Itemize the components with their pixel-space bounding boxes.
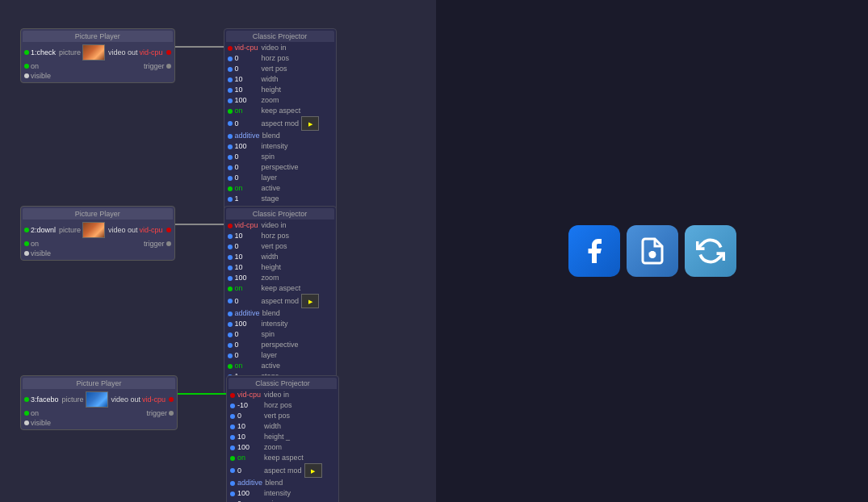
cp3-label-horz: horz pos	[264, 400, 292, 411]
cp3-horz: -10	[237, 400, 262, 411]
cp1-label-layer: layer	[262, 173, 278, 183]
cp2-vert: 0	[235, 241, 259, 252]
cp3-intensity: 100	[237, 488, 262, 499]
cp3-port-height	[230, 435, 235, 440]
line-3-green	[178, 393, 226, 395]
pp2-port-on	[24, 241, 29, 246]
cp1-label-width: width	[262, 74, 279, 85]
cp1-row-videoin: vid-cpu video in	[226, 43, 334, 53]
cp2-spin: 0	[235, 329, 259, 340]
cp2-label-zoom: zoom	[262, 273, 279, 283]
pp1-row3: visible	[23, 71, 173, 81]
cp3-label-height: height _	[264, 432, 290, 442]
cp1-port-intensity	[228, 144, 233, 149]
pp1-vidcpu: vid-cpu	[140, 48, 163, 56]
cp3-label-keepaspect: keep aspect	[264, 453, 304, 463]
cp2-port-intensity	[228, 322, 233, 327]
pp1-row2: on trigger	[23, 61, 173, 71]
cp1-zoom: 100	[235, 95, 259, 106]
cp1-label-zoom: zoom	[262, 95, 279, 106]
cp1-aspectmod: 0	[235, 119, 259, 129]
pp1-port-picture	[24, 50, 29, 55]
cp1-row-blend: additive blend	[226, 131, 334, 141]
cp2-zoom: 100	[235, 273, 259, 283]
cp1-label-active: active	[262, 183, 281, 194]
cp2-port-active	[228, 364, 233, 369]
picture-player-2: Picture Player 2:downl picture video out…	[20, 206, 175, 261]
cp1-row-vert: 0 vert pos	[226, 64, 334, 74]
document-icon[interactable]	[627, 225, 678, 277]
cp2-label-width: width	[262, 252, 279, 262]
cp2-aspectmod: 0	[235, 296, 259, 307]
cp3-row-zoom: 100 zoom	[229, 442, 337, 453]
cp1-monitor: ▶	[301, 116, 319, 131]
cp3-port-blend	[230, 481, 235, 486]
pp1-title: Picture Player	[23, 31, 173, 42]
right-panel	[436, 0, 868, 502]
cp1-row-horz: 0 horz pos	[226, 53, 334, 64]
cp2-label-layer: layer	[262, 350, 278, 361]
pp1-label1: picture	[59, 48, 81, 56]
left-panel: Picture Player 1:check picture video out…	[0, 0, 436, 502]
facebook-icon[interactable]	[568, 225, 620, 277]
cp3-row-height: 10 height _	[229, 432, 337, 442]
cp1-row-active: on active	[226, 183, 334, 194]
cp1-row-aspectmod: 0 aspect mod ▶	[226, 116, 334, 131]
cp2-width: 10	[235, 252, 259, 262]
cp3-port-keepaspect	[230, 456, 235, 461]
cp1-label-videoin: video in	[262, 43, 287, 53]
pp2-row2: on trigger	[23, 239, 173, 249]
cp3-label-aspectmod: aspect mod	[264, 466, 302, 476]
cp2-row-vert: 0 vert pos	[226, 241, 334, 252]
pp1-port-visible	[24, 73, 29, 78]
cp3-spin: 0	[237, 499, 262, 502]
cp1-row-keepaspect: on keep aspect	[226, 106, 334, 116]
sync-icon[interactable]	[685, 225, 736, 277]
pp3-vidcpu: vid-cpu	[142, 395, 166, 404]
cp1-label-keepaspect: keep aspect	[262, 106, 301, 116]
node-group-3: Picture Player 3:facebo picture video ou…	[20, 375, 339, 502]
cp2-label-vert: vert pos	[262, 241, 287, 252]
pp1-port-on	[24, 64, 29, 69]
cp2-perspective: 0	[235, 340, 259, 350]
cp2-port-blend	[228, 312, 233, 316]
cp2-port-horz	[228, 234, 233, 239]
cp1-port-layer	[228, 176, 233, 181]
cp1-perspective: 0	[235, 162, 259, 173]
cp1-height: 10	[235, 85, 259, 95]
cp1-port-in	[228, 46, 233, 51]
pp2-title: Picture Player	[23, 208, 173, 220]
cp2-blend: additive	[235, 308, 260, 319]
cp2-port-perspective	[228, 343, 233, 348]
cp3-monitor: ▶	[304, 463, 322, 478]
cp1-port-width	[228, 77, 233, 82]
cp2-height: 10	[235, 262, 259, 273]
cp3-vert: 0	[237, 411, 262, 421]
cp3-keepaspect: on	[237, 453, 262, 463]
cp3-port-width	[230, 425, 235, 429]
pp2-thumbnail	[82, 222, 105, 238]
pp1-videoout: video out	[108, 48, 138, 56]
pp3-videoout: video out	[111, 395, 141, 404]
pp3-row1: 3:facebo picture video out vid-cpu	[23, 391, 175, 408]
cp2-port-vert	[228, 245, 233, 249]
pp2-label1: picture	[59, 226, 81, 234]
connector-2	[175, 220, 224, 228]
pp3-port-trigger	[169, 411, 174, 416]
pp1-thumbnail	[82, 44, 105, 61]
cp1-label-height: height	[262, 85, 282, 95]
cp1-label-vert: vert pos	[262, 64, 287, 74]
pp3-value1: 3:facebo	[31, 395, 59, 404]
cp1-vidcpu: vid-cpu	[235, 43, 259, 53]
pp3-port-visible	[24, 420, 29, 425]
cp1-row-width: 10 width	[226, 74, 334, 85]
cp3-label-spin: spin	[264, 499, 278, 502]
cp2-label-spin: spin	[262, 329, 275, 340]
cp1-port-aspectmod	[228, 121, 233, 126]
cp2-row-height: 10 height	[226, 262, 334, 273]
pp2-port-visible	[24, 251, 29, 256]
pp2-label-on: on	[31, 240, 39, 248]
cp2-label-height: height	[262, 262, 282, 273]
cp3-port-zoom	[230, 446, 235, 450]
cp1-active: on	[235, 183, 259, 194]
